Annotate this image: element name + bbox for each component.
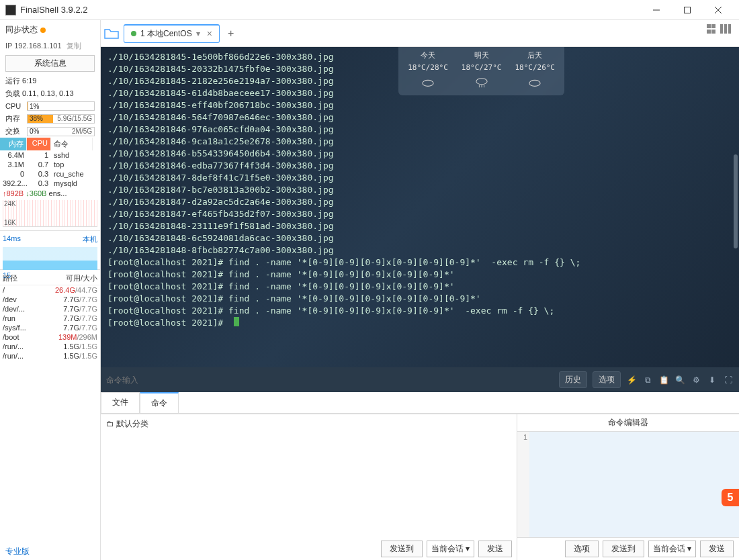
tab-file[interactable]: 文件 (101, 392, 140, 413)
mem-pct: 38% (28, 115, 43, 122)
svg-rect-1 (685, 7, 691, 13)
send-button[interactable]: 发送 (478, 541, 512, 557)
net-row: ↑892B ↓360B ens... (0, 188, 100, 199)
swap-pct: 0% (28, 128, 39, 135)
disk-header: 路径 可用/大小 (0, 272, 100, 285)
term-line: ./10/1634281846-b5543396450d6b4-300x380.… (107, 148, 732, 160)
bolt-icon[interactable]: ⚡ (626, 375, 637, 385)
session-select[interactable]: 当前会话 ▾ (427, 541, 474, 557)
gear-icon[interactable]: ⚙ (691, 375, 701, 385)
svg-point-5 (476, 79, 486, 85)
proc-h-mem[interactable]: 内存 (0, 138, 27, 150)
disk-h-path[interactable]: 路径 (3, 273, 36, 283)
session-select-2[interactable]: 当前会话 ▾ (648, 541, 696, 557)
term-line: ./10/1634281848-23111e9f1f581ad-300x380.… (107, 220, 732, 232)
maximize-button[interactable] (672, 0, 703, 20)
term-line: [root@localhost 2021]# find . -name '*[0… (107, 281, 732, 293)
term-line: ./10/1634281848-6c5924081da6cac-300x380.… (107, 232, 732, 244)
weather-widget: 今天18°C/28°C明天18°C/27°C后天18°C/26°C (398, 47, 564, 95)
proc-header: 内存 CPU 命令 (0, 138, 100, 150)
terminal[interactable]: 今天18°C/28°C明天18°C/27°C后天18°C/26°C ./10/1… (101, 47, 739, 367)
grid-view-icon[interactable] (707, 24, 716, 34)
sync-dot-icon (40, 28, 46, 33)
term-line: ./10/1634281847-bc7e03813a300b2-300x380.… (107, 184, 732, 196)
tab-label: 1 本地CentOS (140, 28, 192, 40)
new-tab-button[interactable]: + (224, 28, 238, 40)
weather-day: 明天18°C/27°C (462, 50, 502, 93)
close-button[interactable] (703, 0, 734, 20)
proc-row[interactable]: 392.2...0.3mysqld (0, 179, 100, 188)
latency-val: 14ms (3, 234, 21, 244)
dropdown-icon[interactable]: ▾ (196, 29, 200, 38)
session-tab[interactable]: 1 本地CentOS ▾ × (124, 24, 220, 43)
proc-h-cpu[interactable]: CPU (27, 138, 51, 150)
proc-row[interactable]: 3.1M0.7top (0, 160, 100, 169)
ip-row: IP 192.168.1.101 复制 (0, 40, 100, 52)
close-tab-icon[interactable]: × (207, 28, 212, 39)
titlebar: FinalShell 3.9.2.2 (0, 0, 739, 20)
options-button[interactable]: 选项 (593, 371, 621, 388)
cmd-input[interactable] (106, 375, 554, 385)
term-line: ./10/1634281846-564f70987e646ec-300x380.… (107, 111, 732, 124)
copy-button[interactable]: 复制 (67, 42, 81, 50)
swap-label: 交换 (5, 126, 24, 136)
scrollbar-thumb[interactable] (734, 154, 738, 248)
mem-label: 内存 (5, 113, 24, 124)
host-label: 本机 (83, 234, 97, 244)
term-line: [root@localhost 2021]# find . -name '*[0… (107, 269, 732, 281)
disk-h-size[interactable]: 可用/大小 (36, 273, 97, 283)
sysinfo-button[interactable]: 系统信息 (5, 55, 95, 72)
tab-cmd[interactable]: 命令 (140, 392, 179, 413)
download-icon[interactable]: ⬇ (707, 375, 718, 385)
fullscreen-icon[interactable]: ⛶ (723, 375, 734, 385)
history-button[interactable]: 历史 (559, 371, 587, 388)
disk-row[interactable]: /run/...1.5G/1.5G (0, 351, 100, 361)
disk-row[interactable]: /boot139M/296M (0, 332, 100, 342)
ip-text: IP 192.168.1.101 (5, 42, 62, 50)
term-line: [root@localhost 2021]# find . -name '*[0… (107, 305, 732, 317)
sidebar: 同步状态 IP 192.168.1.101 复制 系统信息 运行 6:19 负载… (0, 20, 101, 560)
orange-badge-icon[interactable]: 5 (722, 489, 739, 506)
mem-meter: 内存 38%5.9G/15.5G (0, 112, 100, 125)
proc-row[interactable]: 6.4M1sshd (0, 150, 100, 160)
weather-day: 今天18°C/28°C (408, 50, 448, 93)
copy-icon[interactable]: ⧉ (642, 375, 653, 385)
search-icon[interactable]: 🔍 (675, 375, 685, 385)
cpu-label: CPU (5, 102, 24, 110)
view-mode-icons (707, 24, 732, 34)
latency-row: 14ms 本机 (0, 233, 100, 246)
disk-row[interactable]: /run7.7G/7.7G (0, 314, 100, 323)
minimize-button[interactable] (641, 0, 672, 20)
editor-title: 命令编辑器 (517, 414, 739, 432)
editor-input[interactable] (529, 432, 739, 537)
term-line: [root@localhost 2021]# (107, 317, 732, 329)
send-to-button-2[interactable]: 发送到 (603, 541, 644, 557)
disk-row[interactable]: /run/...1.5G/1.5G (0, 342, 100, 351)
send-row-left: 发送到 当前会话 ▾ 发送 (101, 537, 517, 560)
swap-meter: 交换 0%2M/5G (0, 125, 100, 138)
disk-row[interactable]: /dev/...7.7G/7.7G (0, 304, 100, 314)
folder-small-icon: 🗀 (106, 419, 114, 428)
term-line: ./10/1634281848-8fbcb82774c7a00-300x380.… (107, 244, 732, 256)
send-to-button[interactable]: 发送到 (381, 541, 423, 557)
pro-link[interactable]: 专业版 (0, 543, 100, 560)
folder-item[interactable]: 🗀 默认分类 (103, 417, 514, 431)
proc-row[interactable]: 00.3rcu_sche (0, 169, 100, 179)
proc-h-cmd[interactable]: 命令 (51, 138, 93, 150)
app-icon (5, 5, 16, 15)
status-dot-icon (131, 31, 136, 36)
net-if: ens... (49, 189, 67, 197)
term-line: [root@localhost 2021]# find . -name '*[0… (107, 256, 732, 269)
disk-row[interactable]: /sys/f...7.7G/7.7G (0, 323, 100, 332)
send-button-2[interactable]: 发送 (700, 541, 734, 557)
disk-row[interactable]: /dev7.7G/7.7G (0, 295, 100, 304)
bottom-tabs: 文件 命令 (101, 392, 739, 414)
folder-icon[interactable] (103, 27, 120, 40)
term-line: ./10/1634281847-d2a92ac5dc2a64e-300x380.… (107, 196, 732, 208)
columns-view-icon[interactable] (720, 24, 732, 34)
term-line: ./10/1634281847-ef465fb435d2f07-300x380.… (107, 208, 732, 220)
disk-row[interactable]: /26.4G/44.7G (0, 285, 100, 295)
cursor-icon (234, 317, 239, 326)
options-button-2[interactable]: 选项 (565, 541, 599, 557)
paste-icon[interactable]: 📋 (658, 375, 669, 385)
